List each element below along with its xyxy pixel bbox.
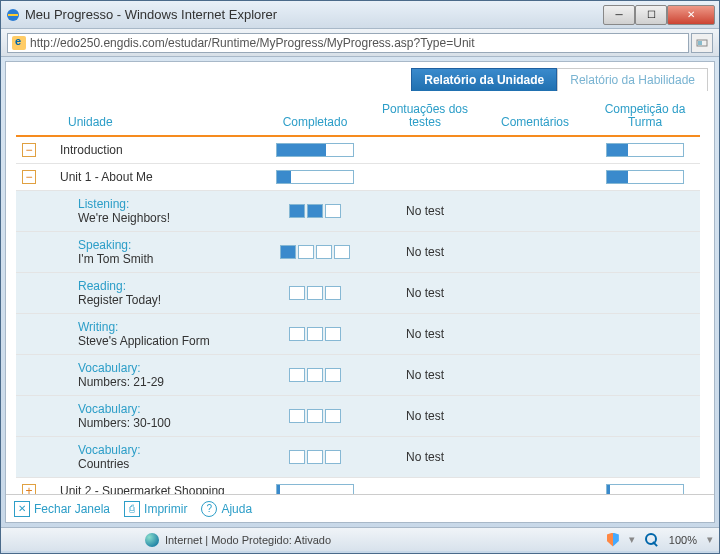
- maximize-button[interactable]: ☐: [635, 5, 667, 25]
- zoom-level: 100%: [669, 534, 697, 546]
- row-label: Reading:Register Today!: [42, 279, 260, 307]
- completion-box: [325, 409, 341, 423]
- completion-boxes: [260, 245, 370, 259]
- row-label: Listening:We're Neighbors!: [42, 197, 260, 225]
- completion-box: [298, 245, 314, 259]
- url-field[interactable]: http://edo250.engdis.com/estudar/Runtime…: [7, 33, 689, 53]
- minimize-button[interactable]: ─: [603, 5, 635, 25]
- lesson-row: Vocabulary:CountriesNo test: [16, 437, 700, 478]
- unit-row: −Unit 1 - About Me: [16, 164, 700, 191]
- row-label: Writing:Steve's Application Form: [42, 320, 260, 348]
- skill-label: Vocabulary:: [78, 443, 260, 457]
- tab-skill-report[interactable]: Relatório da Habilidade: [557, 68, 708, 91]
- close-window-button[interactable]: ✕ Fechar Janela: [14, 501, 110, 517]
- header-test-scores: Pontuações dos testes: [370, 103, 480, 129]
- lesson-label: Numbers: 21-29: [78, 375, 260, 389]
- page-favicon-icon: [12, 36, 26, 50]
- row-label: Vocabulary:Numbers: 30-100: [42, 402, 260, 430]
- completion-box: [316, 245, 332, 259]
- print-icon: ⎙: [124, 501, 140, 517]
- skill-label: Vocabulary:: [78, 402, 260, 416]
- completion-boxes: [260, 368, 370, 382]
- lesson-label: I'm Tom Smith: [78, 252, 260, 266]
- ie-icon: [5, 7, 21, 23]
- lesson-label: Register Today!: [78, 293, 260, 307]
- completion-boxes: [260, 450, 370, 464]
- header-completed: Completado: [260, 116, 370, 129]
- test-score-cell: No test: [370, 327, 480, 341]
- titlebar: Meu Progresso - Windows Internet Explore…: [1, 1, 719, 29]
- completion-box: [325, 368, 341, 382]
- lesson-row: Writing:Steve's Application FormNo test: [16, 314, 700, 355]
- test-score-cell: No test: [370, 204, 480, 218]
- lesson-row: Reading:Register Today!No test: [16, 273, 700, 314]
- completion-box: [325, 327, 341, 341]
- completion-box: [289, 286, 305, 300]
- app-window: Meu Progresso - Windows Internet Explore…: [0, 0, 720, 554]
- report-tabs: Relatório da Unidade Relatório da Habili…: [6, 62, 714, 91]
- skill-label: Listening:: [78, 197, 260, 211]
- skill-label: Writing:: [78, 320, 260, 334]
- lesson-row: Speaking:I'm Tom SmithNo test: [16, 232, 700, 273]
- collapse-button[interactable]: −: [22, 143, 36, 157]
- completion-box: [307, 204, 323, 218]
- help-icon: ?: [201, 501, 217, 517]
- lesson-label: We're Neighbors!: [78, 211, 260, 225]
- skill-label: Reading:: [78, 279, 260, 293]
- security-zone-text: Internet | Modo Protegido: Ativado: [165, 534, 331, 546]
- zoom-icon: [645, 533, 659, 547]
- collapse-button[interactable]: −: [22, 170, 36, 184]
- completion-box: [325, 450, 341, 464]
- completion-box: [334, 245, 350, 259]
- completion-boxes: [260, 204, 370, 218]
- row-label: Vocabulary:Numbers: 21-29: [42, 361, 260, 389]
- grid-header: Unidade Completado Pontuações dos testes…: [16, 95, 700, 137]
- completion-boxes: [260, 286, 370, 300]
- unit-row: −Introduction: [16, 137, 700, 164]
- header-competition: Competição da Turma: [590, 103, 700, 129]
- skill-label: Vocabulary:: [78, 361, 260, 375]
- test-score-cell: No test: [370, 286, 480, 300]
- lesson-label: Steve's Application Form: [78, 334, 260, 348]
- completion-box: [307, 409, 323, 423]
- lesson-label: Countries: [78, 457, 260, 471]
- lesson-row: Listening:We're Neighbors!No test: [16, 191, 700, 232]
- completion-box: [289, 450, 305, 464]
- shield-icon: [607, 533, 619, 547]
- lesson-label: Numbers: 30-100: [78, 416, 260, 430]
- class-progress-bar: [606, 170, 684, 184]
- class-progress-bar: [606, 143, 684, 157]
- completion-box: [280, 245, 296, 259]
- skill-label: Speaking:: [78, 238, 260, 252]
- row-label: Speaking:I'm Tom Smith: [42, 238, 260, 266]
- header-unit: Unidade: [42, 116, 260, 129]
- completion-box: [325, 204, 341, 218]
- row-label: Vocabulary:Countries: [42, 443, 260, 471]
- close-button[interactable]: ✕: [667, 5, 715, 25]
- help-button[interactable]: ? Ajuda: [201, 501, 252, 517]
- tab-unit-report[interactable]: Relatório da Unidade: [411, 68, 557, 91]
- grid-scroll[interactable]: −Introduction−Unit 1 - About MeListening…: [16, 137, 700, 513]
- completion-box: [289, 204, 305, 218]
- lesson-row: Vocabulary:Numbers: 30-100No test: [16, 396, 700, 437]
- row-label[interactable]: Introduction: [42, 143, 260, 157]
- test-score-cell: No test: [370, 245, 480, 259]
- globe-icon: [145, 533, 159, 547]
- completion-boxes: [260, 327, 370, 341]
- test-score-cell: No test: [370, 409, 480, 423]
- print-button[interactable]: ⎙ Imprimir: [124, 501, 187, 517]
- completion-box: [307, 368, 323, 382]
- completion-box: [289, 409, 305, 423]
- completion-box: [307, 286, 323, 300]
- progress-bar: [276, 170, 354, 184]
- progress-bar: [276, 143, 354, 157]
- test-score-cell: No test: [370, 368, 480, 382]
- compat-view-button[interactable]: [691, 33, 713, 53]
- test-score-cell: No test: [370, 450, 480, 464]
- completion-box: [307, 327, 323, 341]
- content-area: Relatório da Unidade Relatório da Habili…: [5, 61, 715, 523]
- url-text: http://edo250.engdis.com/estudar/Runtime…: [30, 36, 475, 50]
- completion-box: [307, 450, 323, 464]
- row-label[interactable]: Unit 1 - About Me: [42, 170, 260, 184]
- footer-bar: ✕ Fechar Janela ⎙ Imprimir ? Ajuda: [6, 494, 714, 522]
